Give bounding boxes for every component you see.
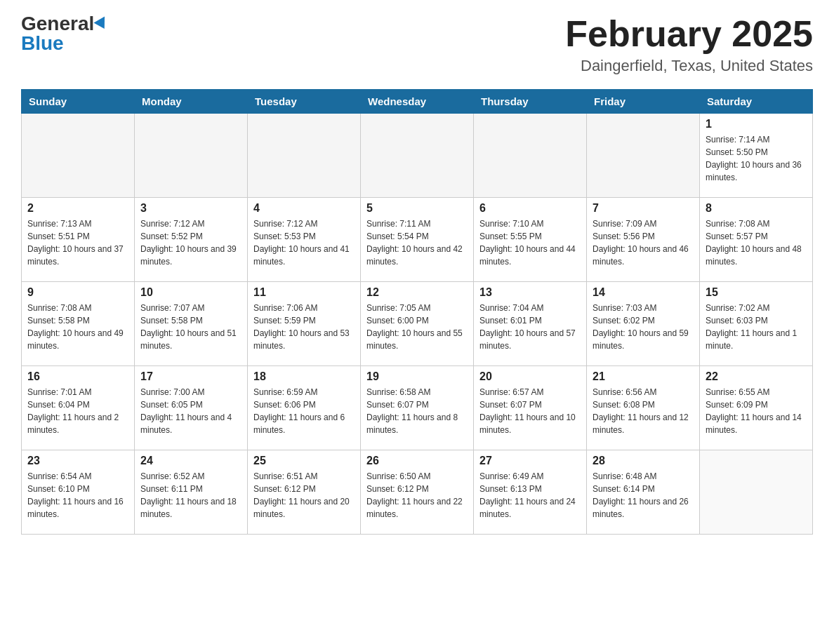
calendar-cell: 25Sunrise: 6:51 AMSunset: 6:12 PMDayligh… [248, 450, 361, 535]
logo: General Blue [21, 14, 108, 53]
day-number: 7 [593, 202, 694, 215]
day-sun-info: Sunrise: 6:49 AMSunset: 6:13 PMDaylight:… [479, 470, 581, 521]
calendar-cell: 11Sunrise: 7:06 AMSunset: 5:59 PMDayligh… [248, 282, 361, 366]
logo-triangle-icon [94, 16, 110, 32]
day-headers-row: Sunday Monday Tuesday Wednesday Thursday… [22, 90, 813, 114]
header-sunday: Sunday [22, 90, 135, 114]
calendar-cell: 22Sunrise: 6:55 AMSunset: 6:09 PMDayligh… [700, 366, 813, 450]
header-wednesday: Wednesday [361, 90, 474, 114]
day-number: 23 [27, 455, 128, 467]
calendar-cell: 1Sunrise: 7:14 AMSunset: 5:50 PMDaylight… [700, 114, 813, 198]
day-number: 15 [706, 286, 807, 299]
day-number: 28 [593, 455, 694, 467]
calendar-cell: 8Sunrise: 7:08 AMSunset: 5:57 PMDaylight… [700, 198, 813, 282]
day-number: 27 [479, 455, 581, 467]
day-number: 5 [366, 202, 468, 215]
day-number: 3 [140, 202, 241, 215]
calendar-cell: 16Sunrise: 7:01 AMSunset: 6:04 PMDayligh… [22, 366, 135, 450]
title-section: February 2025 Daingerfield, Texas, Unite… [565, 14, 813, 75]
calendar-cell [700, 450, 813, 535]
day-number: 10 [140, 286, 241, 299]
calendar-cell [135, 114, 248, 198]
day-number: 19 [366, 370, 468, 383]
day-sun-info: Sunrise: 6:56 AMSunset: 6:08 PMDaylight:… [593, 386, 694, 436]
header-thursday: Thursday [474, 90, 587, 114]
day-sun-info: Sunrise: 6:58 AMSunset: 6:07 PMDaylight:… [366, 386, 468, 436]
day-number: 26 [366, 455, 468, 467]
day-sun-info: Sunrise: 7:13 AMSunset: 5:51 PMDaylight:… [27, 217, 128, 268]
day-number: 11 [253, 286, 355, 299]
page-header: General Blue February 2025 Daingerfield,… [21, 14, 813, 75]
calendar-cell: 24Sunrise: 6:52 AMSunset: 6:11 PMDayligh… [135, 450, 248, 535]
day-number: 4 [253, 202, 355, 215]
day-sun-info: Sunrise: 6:50 AMSunset: 6:12 PMDaylight:… [366, 470, 468, 521]
day-sun-info: Sunrise: 7:12 AMSunset: 5:53 PMDaylight:… [253, 217, 355, 268]
calendar-cell: 15Sunrise: 7:02 AMSunset: 6:03 PMDayligh… [700, 282, 813, 366]
header-tuesday: Tuesday [248, 90, 361, 114]
day-sun-info: Sunrise: 6:51 AMSunset: 6:12 PMDaylight:… [253, 470, 355, 521]
day-sun-info: Sunrise: 7:09 AMSunset: 5:56 PMDaylight:… [593, 217, 694, 268]
calendar-cell [22, 114, 135, 198]
day-number: 18 [253, 370, 355, 383]
month-title: February 2025 [565, 14, 813, 54]
calendar-cell: 5Sunrise: 7:11 AMSunset: 5:54 PMDaylight… [361, 198, 474, 282]
day-number: 8 [706, 202, 807, 215]
day-sun-info: Sunrise: 6:52 AMSunset: 6:11 PMDaylight:… [140, 470, 241, 521]
calendar-cell: 23Sunrise: 6:54 AMSunset: 6:10 PMDayligh… [22, 450, 135, 535]
day-sun-info: Sunrise: 7:11 AMSunset: 5:54 PMDaylight:… [366, 217, 468, 268]
calendar-cell: 4Sunrise: 7:12 AMSunset: 5:53 PMDaylight… [248, 198, 361, 282]
calendar-header: Sunday Monday Tuesday Wednesday Thursday… [22, 90, 813, 114]
day-number: 24 [140, 455, 241, 467]
calendar-week-4: 16Sunrise: 7:01 AMSunset: 6:04 PMDayligh… [22, 366, 813, 450]
day-sun-info: Sunrise: 6:48 AMSunset: 6:14 PMDaylight:… [593, 470, 694, 521]
day-sun-info: Sunrise: 7:12 AMSunset: 5:52 PMDaylight:… [140, 217, 241, 268]
day-number: 22 [706, 370, 807, 383]
day-number: 6 [479, 202, 581, 215]
calendar-week-1: 1Sunrise: 7:14 AMSunset: 5:50 PMDaylight… [22, 114, 813, 198]
day-sun-info: Sunrise: 7:05 AMSunset: 6:00 PMDaylight:… [366, 302, 468, 352]
day-sun-info: Sunrise: 7:00 AMSunset: 6:05 PMDaylight:… [140, 386, 241, 436]
day-number: 14 [593, 286, 694, 299]
day-sun-info: Sunrise: 6:54 AMSunset: 6:10 PMDaylight:… [27, 470, 128, 521]
calendar-cell: 26Sunrise: 6:50 AMSunset: 6:12 PMDayligh… [361, 450, 474, 535]
calendar-cell [248, 114, 361, 198]
day-sun-info: Sunrise: 7:03 AMSunset: 6:02 PMDaylight:… [593, 302, 694, 352]
day-sun-info: Sunrise: 6:57 AMSunset: 6:07 PMDaylight:… [479, 386, 581, 436]
day-sun-info: Sunrise: 7:02 AMSunset: 6:03 PMDaylight:… [706, 302, 807, 352]
header-saturday: Saturday [700, 90, 813, 114]
calendar-cell: 20Sunrise: 6:57 AMSunset: 6:07 PMDayligh… [474, 366, 587, 450]
calendar-body: 1Sunrise: 7:14 AMSunset: 5:50 PMDaylight… [22, 114, 813, 535]
calendar-cell: 10Sunrise: 7:07 AMSunset: 5:58 PMDayligh… [135, 282, 248, 366]
header-friday: Friday [587, 90, 700, 114]
calendar-cell [587, 114, 700, 198]
calendar-cell: 27Sunrise: 6:49 AMSunset: 6:13 PMDayligh… [474, 450, 587, 535]
calendar-cell: 18Sunrise: 6:59 AMSunset: 6:06 PMDayligh… [248, 366, 361, 450]
logo-general-text: General [21, 14, 94, 34]
day-number: 17 [140, 370, 241, 383]
calendar-week-3: 9Sunrise: 7:08 AMSunset: 5:58 PMDaylight… [22, 282, 813, 366]
day-number: 1 [706, 118, 807, 130]
day-sun-info: Sunrise: 7:10 AMSunset: 5:55 PMDaylight:… [479, 217, 581, 268]
day-number: 12 [366, 286, 468, 299]
day-sun-info: Sunrise: 6:55 AMSunset: 6:09 PMDaylight:… [706, 386, 807, 436]
day-number: 2 [27, 202, 128, 215]
day-sun-info: Sunrise: 7:08 AMSunset: 5:58 PMDaylight:… [27, 302, 128, 352]
day-sun-info: Sunrise: 7:14 AMSunset: 5:50 PMDaylight:… [706, 133, 807, 184]
day-sun-info: Sunrise: 6:59 AMSunset: 6:06 PMDaylight:… [253, 386, 355, 436]
calendar-week-5: 23Sunrise: 6:54 AMSunset: 6:10 PMDayligh… [22, 450, 813, 535]
day-sun-info: Sunrise: 7:06 AMSunset: 5:59 PMDaylight:… [253, 302, 355, 352]
calendar-cell [474, 114, 587, 198]
day-number: 13 [479, 286, 581, 299]
calendar-week-2: 2Sunrise: 7:13 AMSunset: 5:51 PMDaylight… [22, 198, 813, 282]
calendar-table: Sunday Monday Tuesday Wednesday Thursday… [21, 89, 813, 535]
day-number: 20 [479, 370, 581, 383]
calendar-cell: 17Sunrise: 7:00 AMSunset: 6:05 PMDayligh… [135, 366, 248, 450]
logo-blue-text: Blue [21, 34, 64, 53]
day-number: 21 [593, 370, 694, 383]
day-sun-info: Sunrise: 7:07 AMSunset: 5:58 PMDaylight:… [140, 302, 241, 352]
calendar-cell: 2Sunrise: 7:13 AMSunset: 5:51 PMDaylight… [22, 198, 135, 282]
day-number: 25 [253, 455, 355, 467]
calendar-cell [361, 114, 474, 198]
calendar-cell: 13Sunrise: 7:04 AMSunset: 6:01 PMDayligh… [474, 282, 587, 366]
calendar-cell: 19Sunrise: 6:58 AMSunset: 6:07 PMDayligh… [361, 366, 474, 450]
